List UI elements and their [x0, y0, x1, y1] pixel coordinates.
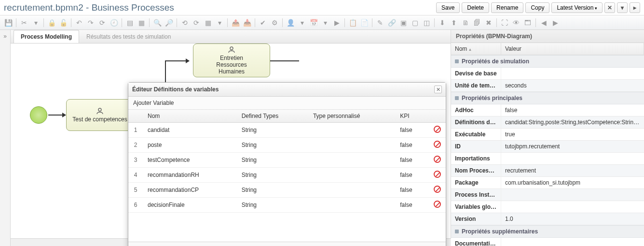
link-icon[interactable]: 🔗 — [386, 17, 397, 28]
window-icon[interactable]: 🗔 — [522, 17, 533, 28]
property-row[interactable]: Importations — [451, 153, 644, 165]
properties-col-name[interactable]: Nom — [451, 43, 501, 55]
property-value[interactable]: 1.0 — [501, 213, 644, 225]
play-icon[interactable]: ▶ — [331, 17, 342, 28]
sequence-flow[interactable] — [270, 60, 299, 61]
close-icon[interactable]: ✕ — [434, 86, 442, 93]
paste-icon[interactable]: 📄 — [359, 17, 370, 28]
redo-icon[interactable]: ↷ — [85, 17, 96, 28]
minimize-icon[interactable]: ▾ — [617, 2, 628, 13]
delete-row-button[interactable] — [429, 183, 446, 198]
property-value[interactable]: com.urbanisation_si.tutojbpm — [501, 177, 644, 188]
var-kpi[interactable]: false — [395, 123, 429, 138]
property-value[interactable] — [501, 153, 644, 164]
var-name[interactable]: recommandationCP — [143, 183, 237, 198]
zoom-out-icon[interactable]: 🔎 — [164, 17, 174, 28]
section-extra[interactable]: Propriétés supplémentaires — [451, 225, 644, 238]
back-icon[interactable]: ⟲ — [179, 17, 190, 28]
var-kpi[interactable]: false — [395, 153, 429, 168]
property-value[interactable]: seconds — [501, 80, 644, 91]
upload-icon[interactable]: ⬆ — [449, 17, 459, 28]
close-icon[interactable]: ✕ — [604, 2, 615, 13]
select-all-icon[interactable]: ◫ — [421, 17, 432, 28]
property-row[interactable]: IDtutojbpm.recrutement — [451, 141, 644, 153]
copy-button[interactable]: Copy — [525, 2, 549, 13]
preview-icon[interactable]: 👁 — [511, 17, 521, 28]
col-defined-types[interactable]: Defined Types — [237, 110, 308, 123]
maximize-icon[interactable]: ▸ — [630, 2, 640, 13]
table-row[interactable]: 1candidatStringfalse — [128, 123, 446, 138]
var-type[interactable]: String — [237, 153, 308, 168]
col-custom-type[interactable]: Type personnalisé — [308, 110, 395, 123]
properties-col-value[interactable]: Valeur — [501, 43, 644, 55]
dropdown-icon[interactable]: ▾ — [214, 17, 225, 28]
property-value[interactable]: tutojbpm.recrutement — [501, 141, 644, 152]
property-row[interactable]: Devise de base — [451, 68, 644, 80]
property-value[interactable] — [501, 68, 644, 79]
var-custom-type[interactable] — [308, 198, 395, 213]
var-type[interactable]: String — [237, 198, 308, 213]
edit-icon[interactable]: ✎ — [375, 17, 385, 28]
property-value[interactable]: candidat:String,poste:String,testCompete… — [501, 116, 644, 128]
align-icon[interactable]: ▤ — [124, 17, 135, 28]
grid-icon[interactable]: ▦ — [203, 17, 213, 28]
var-type[interactable]: String — [237, 168, 308, 183]
delete-row-button[interactable] — [429, 138, 446, 153]
col-name[interactable]: Nom — [143, 110, 237, 123]
user-task-test-competences[interactable]: Test de competences — [66, 99, 134, 131]
cut-icon[interactable]: ✂ — [19, 17, 29, 28]
zoom-in-icon[interactable]: 🔍 — [152, 17, 163, 28]
var-custom-type[interactable] — [308, 153, 395, 168]
save-icon[interactable]: 💾 — [3, 17, 14, 28]
property-row[interactable]: Process Inst… — [451, 189, 644, 201]
property-row[interactable]: Documentati… — [451, 238, 644, 246]
download-icon[interactable]: ⬇ — [437, 17, 448, 28]
property-row[interactable]: Exécutabletrue — [451, 129, 644, 141]
table-row[interactable]: 4recommandationRHStringfalse — [128, 168, 446, 183]
property-row[interactable]: Packagecom.urbanisation_si.tutojbpm — [451, 177, 644, 189]
property-value[interactable] — [501, 201, 644, 213]
validate-icon[interactable]: ✔ — [258, 17, 268, 28]
bpmn-canvas[interactable]: Test de competences Entretien Ressources… — [11, 43, 451, 246]
delete-row-button[interactable] — [429, 153, 446, 168]
copy-icon[interactable]: 📋 — [347, 17, 358, 28]
table-row[interactable]: 5recommandationCPStringfalse — [128, 183, 446, 198]
process-icon[interactable]: ⚙ — [269, 17, 280, 28]
delete-row-button[interactable] — [429, 198, 446, 213]
add-variable-label[interactable]: Ajouter Variable — [128, 97, 446, 110]
table-row[interactable]: 2posteStringfalse — [128, 138, 446, 153]
property-value[interactable]: recrutement — [501, 165, 644, 176]
section-simulation[interactable]: Propriétés de simulation — [451, 55, 644, 68]
property-row[interactable]: Variables glo… — [451, 201, 644, 213]
property-row[interactable]: AdHocfalse — [451, 104, 644, 116]
property-value[interactable] — [501, 189, 644, 201]
version-dropdown[interactable]: Latest Version — [551, 2, 603, 13]
files-icon[interactable]: 🗐 — [472, 17, 482, 28]
dialog-header[interactable]: Éditeur Définitions de variables ✕ — [128, 83, 446, 97]
table-row[interactable]: 6decisionFinaleStringfalse — [128, 198, 446, 213]
user-task-entretien-rh[interactable]: Entretien Ressources Humaines — [193, 43, 270, 77]
var-kpi[interactable]: false — [395, 198, 429, 213]
property-row[interactable]: Nom Proces…recrutement — [451, 165, 644, 177]
forward-icon[interactable]: ⟳ — [191, 17, 202, 28]
var-name[interactable]: candidat — [143, 123, 237, 138]
var-name[interactable]: recommandationRH — [143, 168, 237, 183]
delete-button[interactable]: Delete — [462, 2, 489, 13]
group-icon[interactable]: ▣ — [398, 17, 409, 28]
sequence-flow[interactable] — [165, 60, 189, 61]
distribute-icon[interactable]: ▦ — [136, 17, 147, 28]
var-kpi[interactable]: false — [395, 183, 429, 198]
properties-scroll[interactable]: Propriétés de simulation Devise de baseU… — [451, 55, 644, 246]
rename-button[interactable]: Rename — [491, 2, 523, 13]
calendar-icon[interactable]: 📅 — [308, 17, 319, 28]
expand-palette-handle[interactable]: » — [0, 30, 11, 246]
dropdown-icon[interactable]: ▾ — [320, 17, 330, 28]
delete-row-button[interactable] — [429, 123, 446, 138]
dropdown-icon[interactable]: ▾ — [297, 17, 307, 28]
var-custom-type[interactable] — [308, 183, 395, 198]
var-custom-type[interactable] — [308, 123, 395, 138]
var-name[interactable]: decisionFinale — [143, 198, 237, 213]
property-value[interactable]: false — [501, 104, 644, 116]
file-icon[interactable]: 🗎 — [460, 17, 471, 28]
property-value[interactable] — [501, 238, 644, 246]
